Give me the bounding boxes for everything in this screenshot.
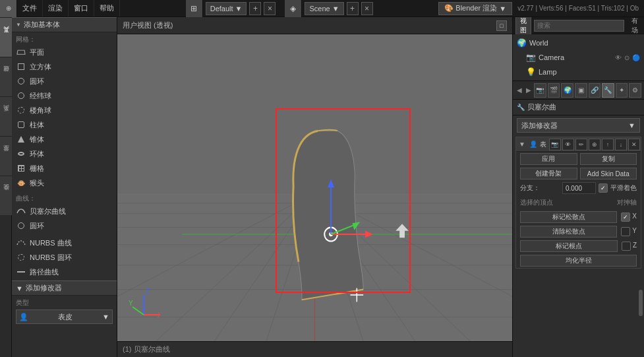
cone-icon	[16, 134, 26, 145]
editor2-btn[interactable]: Scene ▼	[305, 2, 343, 15]
x-toggle[interactable]: ✓	[621, 212, 630, 222]
close-editor1-btn[interactable]: ×	[264, 2, 276, 15]
mod-header-label: 表	[540, 140, 546, 149]
list-item[interactable]: 锥体	[12, 132, 117, 146]
tab-create[interactable]: 创建	[0, 57, 12, 96]
right-arrow[interactable]: ▶	[525, 86, 533, 94]
copy-btn[interactable]: 复制	[580, 153, 637, 165]
prop-icon-constraints[interactable]: 🔗	[589, 83, 601, 98]
menu-file[interactable]: 文件	[17, 0, 43, 16]
prop-icon-modifier[interactable]: 🔧	[602, 83, 614, 98]
clear-loose-btn[interactable]: 清除松散点	[520, 226, 617, 238]
add-primitive-header[interactable]: ▼ 添加基本体	[12, 17, 117, 32]
apply-copy-row: 应用 复制	[516, 152, 641, 166]
scrollbar-handle[interactable]	[639, 290, 643, 316]
list-item[interactable]: 立方体	[12, 59, 117, 74]
left-arrow[interactable]: ◀	[515, 86, 523, 94]
list-item[interactable]: 💡 Lamp	[513, 65, 644, 79]
viewport-3d[interactable]: Z X Y	[117, 34, 512, 341]
add-skin-data-btn[interactable]: Add Skin Data	[580, 168, 637, 179]
add-editor1-btn[interactable]: +	[249, 2, 261, 15]
list-item[interactable]: 圆环	[12, 218, 117, 233]
mark-loose-text: 标记松散点	[552, 212, 585, 222]
list-item[interactable]: 平面	[12, 45, 117, 59]
lamp-icon: 💡	[526, 67, 536, 77]
smooth-toggle[interactable]: ✓	[599, 183, 608, 193]
mod-down-icon[interactable]: ↓	[615, 139, 627, 150]
right-panel: 视图 所有场景 🌍 World 📷 Camera 👁 ⊙ 🔵 💡 Lamp	[512, 17, 644, 357]
torus-icon	[16, 148, 26, 159]
mark-root-btn[interactable]: 标记根点	[520, 240, 618, 252]
viewport-maximize-btn[interactable]: □	[496, 20, 507, 31]
list-item[interactable]: 圆环	[12, 74, 117, 88]
menu-window[interactable]: 窗口	[69, 0, 94, 16]
mark-loose-btn[interactable]: 标记松散点	[520, 211, 617, 223]
mod-render-icon[interactable]: 📷	[549, 139, 561, 150]
add-editor2-btn[interactable]: +	[347, 2, 359, 15]
main-content: 工具 创建 关系 显示 变换 ▼ 添加基本体 网格： 平面 立方体 圆环	[0, 17, 644, 357]
version-info: v2.77 | Verts:56 | Faces:51 | Tris:102 |…	[512, 5, 644, 12]
top-menu-bar: ⊕ 文件 渲染 窗口 帮助 ⊞ Default ▼ + × ◈ Scene ▼ …	[0, 0, 644, 17]
menu-help[interactable]: 帮助	[94, 0, 120, 16]
prop-icon-physics[interactable]: ⚙	[629, 83, 641, 98]
engine-chevron: ▼	[499, 5, 506, 13]
menu-render[interactable]: 渲染	[43, 0, 69, 16]
mod-cage-icon[interactable]: ⊕	[589, 139, 600, 150]
render-icon[interactable]: 🔵	[632, 54, 640, 61]
left-sidebar: ▼ 添加基本体 网格： 平面 立方体 圆环 经纬球 楼角	[12, 17, 117, 357]
add-modifier-header[interactable]: ▼ 添加修改器	[12, 280, 117, 296]
circle-label: 圆环	[30, 77, 44, 86]
list-item[interactable]: 经纬球	[12, 88, 117, 103]
y-toggle[interactable]	[621, 227, 630, 236]
list-item[interactable]: 贝塞尔曲线	[12, 204, 117, 218]
collapse-icon[interactable]: ▼	[519, 141, 525, 148]
modifier-section-icon: 🔧	[517, 104, 525, 111]
branch-value-field[interactable]: 0.000	[562, 182, 596, 194]
viewport-bottom: (1) 贝塞尔曲线	[117, 341, 512, 357]
z-axis-label: Z	[633, 242, 637, 251]
z-toggle[interactable]	[622, 242, 631, 251]
list-item[interactable]: 楼角球	[12, 103, 117, 117]
tab-tools[interactable]: 工具	[0, 17, 12, 57]
mod-eye-icon[interactable]: 👁	[562, 139, 574, 150]
list-item[interactable]: 栅格	[12, 161, 117, 176]
add-modifier-btn[interactable]: 添加修改器 ▼	[517, 118, 640, 133]
mod-edit-icon[interactable]: ✏	[575, 139, 587, 150]
blender-icon[interactable]: ⊕	[0, 0, 17, 17]
list-item[interactable]: 🐵 猴头	[12, 176, 117, 190]
engine-btn[interactable]: 🎨 Blender 渲染 ▼	[438, 2, 512, 15]
list-item[interactable]: NURBS 曲线	[12, 236, 117, 250]
list-item[interactable]: 环体	[12, 146, 117, 161]
list-item[interactable]: NURBS 圆环	[12, 250, 117, 265]
list-item[interactable]: 柱体	[12, 117, 117, 132]
list-item[interactable]: 📷 Camera 👁 ⊙ 🔵	[513, 50, 644, 65]
modifier-type-select[interactable]: 👤 表皮 ▼	[16, 309, 113, 324]
tab-transform[interactable]: 变换	[0, 176, 12, 215]
prop-icon-render[interactable]: 📷	[534, 83, 546, 98]
prop-icon-object[interactable]: ▣	[575, 83, 587, 98]
eye-icon[interactable]: 👁	[615, 54, 622, 61]
prop-icon-particles[interactable]: ✦	[616, 83, 628, 98]
axis-indicator: Z X Y	[127, 288, 160, 321]
viewport-title: 用户视图 (透视)	[123, 20, 173, 30]
search-input[interactable]	[534, 20, 624, 32]
world-label: World	[529, 39, 640, 47]
create-skeleton-btn[interactable]: 创建骨架	[520, 168, 577, 179]
apply-btn[interactable]: 应用	[520, 153, 577, 165]
prop-icon-world[interactable]: 🌍	[561, 83, 573, 98]
list-item[interactable]: 🌍 World	[513, 36, 644, 50]
axis-svg: Z X Y	[127, 288, 160, 321]
mod-up-icon[interactable]: ↑	[602, 139, 614, 150]
uv-sphere-icon	[16, 90, 26, 101]
tab-display[interactable]: 显示	[0, 136, 12, 176]
equalize-btn[interactable]: 均化半径	[520, 255, 637, 267]
list-item[interactable]: 路径曲线	[12, 265, 117, 279]
tab-relations[interactable]: 关系	[0, 96, 12, 136]
mod-delete-icon[interactable]: ✕	[628, 139, 640, 150]
right-scrollbar-area	[513, 270, 644, 357]
visibility-icon[interactable]: ⊙	[624, 54, 629, 61]
prop-icon-scene[interactable]: 🎬	[548, 83, 560, 98]
editor1-btn[interactable]: Default ▼	[206, 2, 247, 15]
far-left-tabs: 工具 创建 关系 显示 变换	[0, 17, 12, 357]
close-editor2-btn[interactable]: ×	[361, 2, 373, 15]
